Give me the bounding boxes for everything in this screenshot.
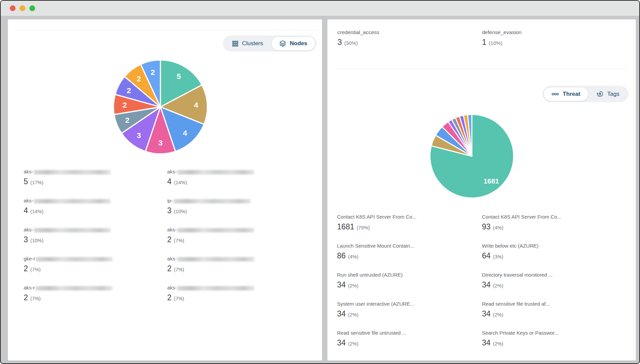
node-name-prefix: aks- [24, 169, 33, 174]
panel-divider [336, 69, 628, 69]
list-item: aks- 4(14%) [24, 197, 167, 215]
list-item: aks- 5(17%) [24, 168, 167, 186]
count-value: 2 [167, 235, 172, 244]
node-name-prefix: aks- [167, 169, 177, 174]
pie-slice-label: 1681 [484, 177, 499, 185]
legend-column-left: aks- 5(17%) aks- 4(14%) aks- 3(10%) gke-… [24, 168, 167, 313]
count-percent: (2%) [348, 341, 359, 346]
list-item: gke-r 2(7%) [24, 255, 167, 273]
redacted-node-name [177, 228, 254, 232]
tab-nodes[interactable]: Nodes [271, 36, 315, 51]
threat-name: Launch Sensitive Mount Contain... [337, 243, 482, 249]
stat-defense-evasion: defense_evasion 1 (10%) [482, 29, 521, 47]
count-value: 34 [337, 280, 346, 289]
legend-column-left: Contact K8S API Server From Co... 1681(7… [337, 214, 482, 359]
count-value: 4 [24, 206, 28, 215]
threat-name: System user interactive (AZURE... [337, 301, 482, 307]
count-percent: (7%) [174, 296, 184, 301]
count-percent: (2%) [348, 312, 359, 317]
count-percent: (10%) [30, 238, 44, 243]
threat-tags-toggle: Threat Tags [542, 86, 629, 102]
list-item: aks- 2(7%) [167, 284, 309, 302]
threat-legend: Contact K8S API Server From Co... 1681(7… [337, 214, 624, 359]
node-name-prefix: aks- [167, 285, 177, 290]
redacted-node-name [177, 257, 254, 261]
count-percent: (4%) [348, 254, 359, 259]
stat-label: defense_evasion [482, 29, 521, 36]
count-value: 1681 [337, 222, 354, 231]
list-item: Directory traversal monitored ... 34(2%) [482, 272, 624, 289]
list-item: Launch Sensitive Mount Contain... 86(4%) [337, 243, 482, 260]
node-name-prefix: aks- [24, 227, 33, 232]
list-item: Read sensitive file trusted af... 34(2%) [482, 301, 624, 318]
count-value: 2 [24, 293, 28, 302]
count-value: 4 [167, 177, 172, 186]
list-item: aks- 2(7%) [167, 255, 309, 273]
pie-slice-label: 2 [137, 74, 141, 83]
nodes-legend: aks- 5(17%) aks- 4(14%) aks- 3(10%) gke-… [24, 168, 309, 313]
count-percent: (17%) [30, 180, 44, 185]
stat-credential-access: credential_access 3 (30%) [337, 29, 379, 47]
list-item: Contact K8S API Server From Co... 93(4%) [482, 214, 624, 231]
node-name-prefix: aks- [167, 256, 177, 261]
list-item: Write below etc (AZURE) 64(3%) [482, 243, 624, 260]
threat-name: Run shell untrusted (AZURE) [337, 272, 482, 278]
grid-dots-icon [232, 40, 238, 47]
maximize-window-button[interactable] [29, 5, 35, 11]
close-window-button[interactable] [10, 5, 16, 11]
count-percent: (2%) [348, 283, 359, 288]
list-item: Search Private Keys or Passwor... 34(2%) [482, 330, 624, 347]
redacted-node-name [177, 286, 254, 290]
count-value: 34 [337, 338, 346, 347]
threat-name: Directory traversal monitored ... [482, 272, 624, 278]
node-name-prefix: ip- [167, 198, 173, 203]
count-value: 2 [167, 264, 172, 273]
pie-slice-label: 5 [177, 72, 181, 81]
layers-icon [279, 40, 286, 47]
stat-value: 1 [482, 37, 486, 47]
count-value: 5 [24, 177, 28, 186]
redacted-node-name [34, 228, 111, 232]
list-item: System user interactive (AZURE... 34(2%) [337, 301, 482, 318]
dashboard-content: Clusters Nodes 5443322222 [1, 16, 639, 363]
panel-divider [15, 30, 318, 30]
legend-column-right: Contact K8S API Server From Co... 93(4%)… [482, 214, 624, 359]
node-name-prefix: aks-r [24, 285, 35, 290]
tab-threat-label: Threat [563, 91, 580, 97]
pie-slice-label: 3 [137, 131, 141, 140]
tab-clusters-label: Clusters [242, 40, 263, 47]
window-titlebar [1, 1, 639, 16]
count-percent: (3%) [493, 254, 504, 259]
count-value: 3 [167, 206, 172, 215]
minimize-window-button[interactable] [20, 5, 25, 11]
redacted-node-name [34, 199, 111, 203]
list-item: aks-r 2(7%) [24, 284, 167, 302]
list-item: ip- 3(10%) [167, 197, 309, 215]
stat-label: credential_access [337, 29, 379, 36]
count-value: 93 [482, 222, 491, 231]
count-percent: (2%) [493, 283, 504, 288]
list-item: Read sensitive file untrusted ... 34(2%) [337, 330, 482, 347]
node-name-prefix: aks- [24, 198, 33, 203]
pie-slice-label: 4 [194, 101, 198, 109]
count-percent: (79%) [357, 225, 370, 230]
list-item: Run shell untrusted (AZURE) 34(2%) [337, 272, 482, 289]
tab-clusters[interactable]: Clusters [224, 36, 271, 51]
threat-name: Read sensitive file untrusted ... [337, 330, 482, 336]
threat-name: Read sensitive file trusted af... [482, 301, 624, 307]
count-percent: (10%) [174, 209, 187, 214]
nodes-panel: Clusters Nodes 5443322222 [8, 19, 322, 361]
count-percent: (7%) [30, 267, 41, 272]
count-value: 3 [24, 235, 28, 244]
circles-row-icon [552, 92, 559, 96]
tab-threat[interactable]: Threat [543, 87, 588, 101]
nodes-pie-chart[interactable]: 5443322222 [111, 58, 210, 156]
pie-slice-label: 2 [127, 86, 131, 95]
count-percent: (4%) [493, 225, 504, 230]
threat-pie-chart[interactable]: 1681 [428, 112, 516, 200]
redacted-node-name [174, 199, 251, 203]
tab-tags[interactable]: Tags [588, 87, 628, 101]
count-percent: (7%) [30, 296, 41, 301]
node-name-prefix: aks- [167, 227, 177, 232]
app-window: Clusters Nodes 5443322222 [0, 0, 640, 364]
